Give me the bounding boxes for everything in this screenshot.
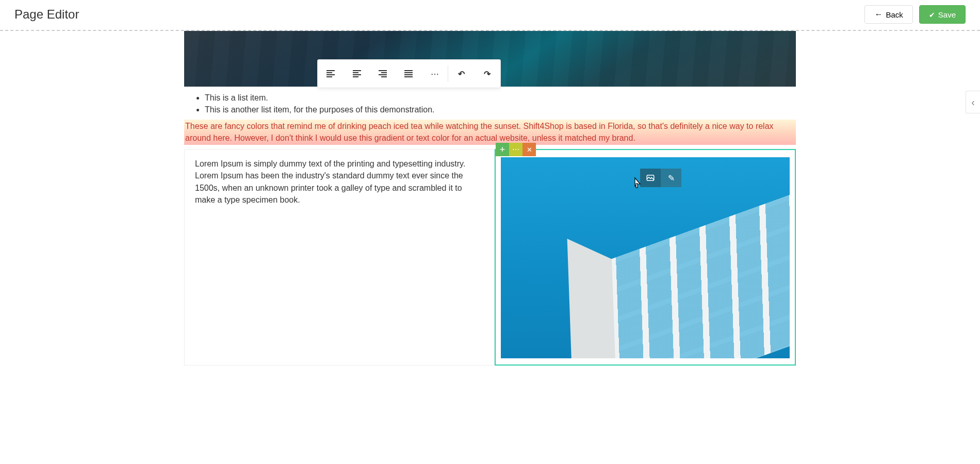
list-item[interactable]: This is another list item, for the purpo… bbox=[205, 104, 796, 115]
canvas-wrap: This is a list item. This is another lis… bbox=[0, 31, 980, 366]
image-edit-toolbar bbox=[640, 169, 681, 187]
replace-image-button[interactable] bbox=[640, 169, 661, 187]
save-button[interactable]: Save bbox=[919, 5, 966, 24]
block-more-button[interactable] bbox=[509, 143, 522, 156]
block-add-button[interactable] bbox=[496, 143, 509, 156]
align-center-icon bbox=[353, 70, 361, 77]
list-item[interactable]: This is a list item. bbox=[205, 92, 796, 104]
check-icon bbox=[929, 10, 935, 19]
align-left-icon bbox=[326, 70, 335, 77]
image-content bbox=[586, 190, 790, 358]
block-close-button[interactable] bbox=[522, 143, 536, 156]
editor-header: Page Editor Back Save bbox=[0, 0, 980, 29]
page-title: Page Editor bbox=[14, 7, 79, 22]
align-center-button[interactable] bbox=[344, 60, 369, 88]
align-right-button[interactable] bbox=[370, 60, 396, 88]
back-button[interactable]: Back bbox=[864, 5, 912, 24]
arrow-left-icon bbox=[874, 10, 883, 19]
text-column[interactable]: Lorem Ipsum is simply dummy text of the … bbox=[184, 149, 495, 366]
header-actions: Back Save bbox=[864, 5, 966, 24]
edit-image-button[interactable] bbox=[661, 169, 681, 187]
list-block[interactable]: This is a list item. This is another lis… bbox=[184, 87, 796, 120]
align-justify-icon bbox=[404, 70, 413, 77]
svg-rect-1 bbox=[636, 184, 638, 188]
align-right-icon bbox=[379, 70, 387, 77]
floating-text-toolbar bbox=[317, 59, 501, 88]
two-column-row: Lorem Ipsum is simply dummy text of the … bbox=[184, 149, 796, 366]
undo-button[interactable] bbox=[448, 60, 474, 88]
block-action-bar bbox=[496, 143, 536, 156]
gradient-text-block[interactable]: These are fancy colors that remind me of… bbox=[184, 120, 796, 145]
image-block[interactable] bbox=[501, 157, 790, 358]
redo-button[interactable] bbox=[475, 60, 500, 88]
back-button-label: Back bbox=[886, 10, 903, 19]
align-left-button[interactable] bbox=[318, 60, 344, 88]
toolbar-more-button[interactable] bbox=[422, 60, 448, 88]
image-column-selected[interactable] bbox=[495, 149, 796, 366]
save-button-label: Save bbox=[938, 10, 956, 19]
align-justify-button[interactable] bbox=[396, 60, 421, 88]
side-panel-toggle[interactable] bbox=[966, 91, 980, 113]
